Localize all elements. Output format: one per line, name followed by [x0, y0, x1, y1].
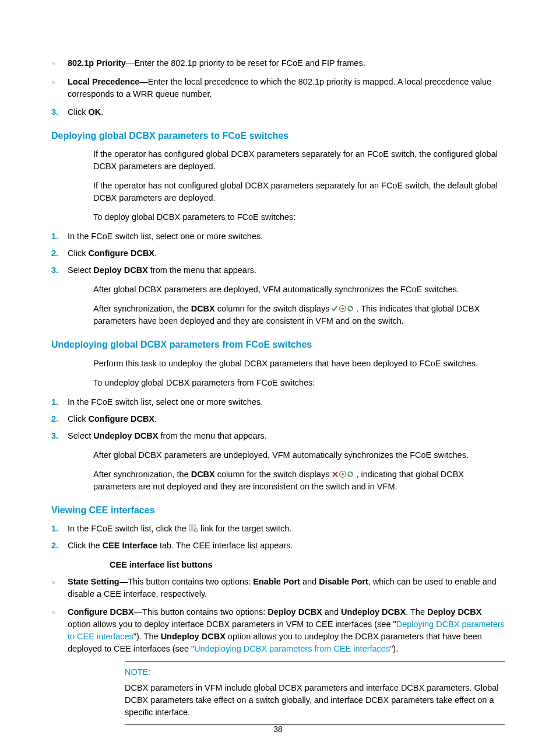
step-number: 1.	[51, 523, 68, 535]
step-text: Select Undeploy DCBX from the menu that …	[68, 430, 505, 442]
list-item-text: 802.1p Priority—Enter the 802.1p priorit…	[68, 57, 505, 70]
note-title: NOTE:	[125, 666, 505, 678]
list-item-text: Configure DCBX—This button contains two …	[68, 606, 505, 655]
list-item: ○ Configure DCBX—This button contains tw…	[51, 606, 505, 655]
paragraph: After global DCBX parameters are deploye…	[93, 284, 505, 296]
step-text: Click the CEE Interface tab. The CEE int…	[68, 540, 505, 552]
paragraph: Perform this task to undeploy the global…	[93, 358, 505, 370]
step-text: Click Configure DCBX.	[68, 413, 505, 425]
heading-undeploy: Undeploying global DCBX parameters from …	[51, 338, 505, 351]
svg-point-3	[342, 473, 344, 475]
step-number: 1.	[51, 230, 68, 243]
link-undeploy-cee[interactable]: Undeploying DCBX parameters from CEE int…	[194, 644, 390, 653]
step-text: In the FCoE switch list, select one or m…	[68, 230, 505, 243]
paragraph: After synchronization, the DCBX column f…	[93, 303, 505, 327]
step-text: Select Deploy DCBX from the menu that ap…	[68, 264, 505, 276]
cee-button-list: ○ State Setting—This button contains two…	[51, 576, 505, 655]
step-item: 2. Click the CEE Interface tab. The CEE …	[51, 540, 505, 552]
step-number: 2.	[51, 540, 68, 552]
bullet-icon: ○	[51, 57, 68, 70]
paragraph: If the operator has configured global DC…	[93, 148, 505, 173]
paragraph: After global DCBX parameters are undeplo…	[93, 449, 505, 461]
step-item: 3. Select Deploy DCBX from the menu that…	[51, 264, 505, 276]
step-item: 2. Click Configure DCBX.	[51, 413, 505, 425]
svg-point-1	[342, 307, 344, 310]
list-item-text: State Setting—This button contains two o…	[68, 576, 505, 600]
note-box: NOTE: DCBX parameters in VFM include glo…	[125, 661, 505, 725]
bullet-icon: ○	[51, 606, 68, 655]
step-item: 3. Click OK.	[51, 106, 505, 118]
paragraph: If the operator has not configured globa…	[93, 180, 505, 204]
sub-heading: CEE interface list buttons	[110, 559, 505, 571]
switch-link-icon	[189, 524, 198, 534]
list-item: ○ State Setting—This button contains two…	[51, 576, 505, 600]
step-text: Click Configure DCBX.	[68, 247, 505, 260]
step-list-continuation: 3. Click OK.	[51, 106, 505, 118]
step-item: 1. In the FCoE switch list, click the li…	[51, 523, 505, 535]
step-text: Click OK.	[68, 106, 505, 118]
undeploy-steps: 1. In the FCoE switch list, select one o…	[51, 396, 505, 442]
step-item: 3. Select Undeploy DCBX from the menu th…	[51, 430, 505, 442]
paragraph: After synchronization, the DCBX column f…	[93, 468, 505, 493]
list-item: ○ 802.1p Priority—Enter the 802.1p prior…	[51, 57, 505, 70]
step-text: In the FCoE switch list, select one or m…	[68, 396, 505, 408]
paragraph: To undeploy global DCBX parameters from …	[93, 377, 505, 389]
dcbx-deployed-status-icon	[332, 304, 356, 314]
term: 802.1p Priority	[68, 58, 126, 68]
step-number: 3.	[51, 264, 68, 276]
bullet-icon: ○	[51, 76, 68, 100]
step-number: 1.	[51, 396, 68, 408]
heading-cee: Viewing CEE interfaces	[51, 503, 505, 517]
step-number: 2.	[51, 247, 68, 260]
step-number: 2.	[51, 413, 68, 425]
deploy-steps: 1. In the FCoE switch list, select one o…	[51, 230, 505, 276]
term: Local Precedence	[68, 77, 139, 86]
heading-deploy: Deploying global DCBX parameters to FCoE…	[51, 129, 505, 142]
dcbx-undeployed-status-icon	[332, 470, 356, 480]
step-item: 1. In the FCoE switch list, select one o…	[51, 230, 505, 243]
cee-steps: 1. In the FCoE switch list, click the li…	[51, 523, 505, 552]
paragraph: To deploy global DCBX parameters to FCoE…	[93, 211, 505, 223]
step-number: 3.	[51, 430, 68, 442]
step-number: 3.	[51, 106, 68, 118]
step-text: In the FCoE switch list, click the link …	[68, 523, 505, 535]
note-body: DCBX parameters in VFM include global DC…	[125, 682, 505, 719]
step-item: 2. Click Configure DCBX.	[51, 247, 505, 260]
list-item-text: Local Precedence—Enter the local precede…	[68, 76, 505, 100]
step-item: 1. In the FCoE switch list, select one o…	[51, 396, 505, 408]
bullet-icon: ○	[51, 576, 68, 600]
page-number: 38	[0, 723, 556, 735]
list-item: ○ Local Precedence—Enter the local prece…	[51, 76, 505, 100]
document-page: ○ 802.1p Priority—Enter the 802.1p prior…	[0, 0, 556, 756]
priority-sublist: ○ 802.1p Priority—Enter the 802.1p prior…	[51, 57, 505, 100]
